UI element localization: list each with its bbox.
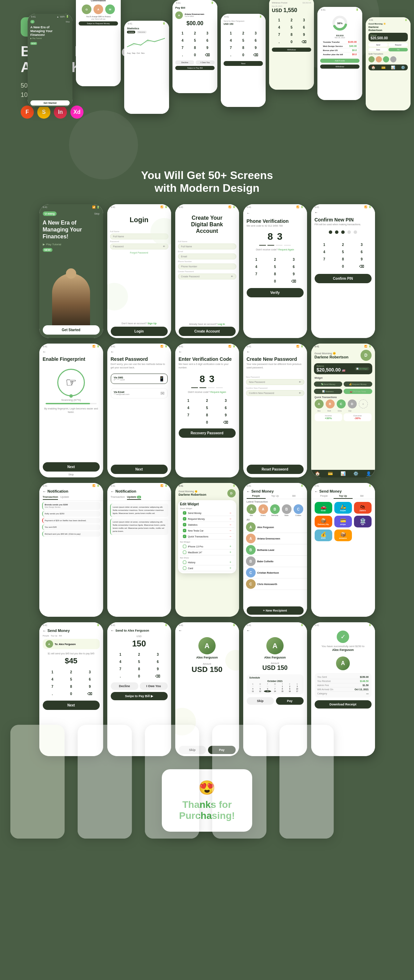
phone-fingerprint: 9:41📶🔋 ← Enable Fingerprint ☞ Scanning (… — [39, 344, 103, 477]
stripe-app[interactable]: 💳 stripe — [334, 516, 352, 527]
success-avatar: A — [311, 653, 375, 671]
decline-button[interactable]: Decline — [111, 682, 139, 690]
hero-phone-donut: 9:41🔋 38% $10,810 Nov 26, 2023 Youtube T… — [317, 7, 362, 100]
get-started-button[interactable]: Get Started — [43, 325, 100, 335]
verify-button[interactable]: Verify — [247, 288, 304, 298]
tab-bill2[interactable]: Bill — [353, 495, 371, 499]
person-list-item[interactable]: B Bethania Laval — [243, 544, 307, 556]
new-password-sub: Your new password must be different from… — [247, 363, 304, 369]
ew-request-money[interactable]: Request Money − — [180, 516, 234, 522]
notif-item: Brenda sends you $150 Uber Design Servic… — [42, 502, 100, 510]
phone-row-2: 9:41📶🔋 ← Enable Fingerprint ☞ Scanning (… — [0, 341, 414, 480]
section-title-line1: You Will Get 50+ Screens — [0, 169, 414, 182]
forgot-password[interactable]: Forgot Password — [107, 251, 171, 254]
statistics-widget[interactable]: 📊 Statistics — [314, 389, 342, 394]
ca-phone-field[interactable]: Phone Number — [178, 264, 236, 269]
tab-update[interactable]: Update — [60, 495, 69, 500]
ovo-app[interactable]: 💰 OVO — [315, 530, 332, 541]
fingerprint-next[interactable]: Next — [43, 462, 100, 471]
dashboard-greeting: Good Morning 🌞 — [315, 352, 349, 355]
hero-section: U Bank & FinanceApp UI Kit 50+ Screens 1… — [0, 0, 414, 159]
ca-name-field[interactable]: Full Name — [178, 243, 236, 250]
amazon-app[interactable]: 📦 amazon — [334, 530, 352, 541]
enter-verify-sub: We have sent a 6 digit verification code… — [179, 363, 236, 369]
nav-profile[interactable]: 👤 — [366, 471, 371, 476]
request-money-widget[interactable]: 💰 Request Money — [344, 382, 372, 387]
ca-email-field[interactable]: Email — [178, 253, 236, 259]
send-money-widget[interactable]: 💸 Send Money — [314, 382, 342, 387]
phone-enter-verification: 9:41📶🔋 ← Enter Verification Code We have… — [175, 344, 239, 477]
person-list-item[interactable]: A Ariana Greenscreen — [243, 533, 307, 544]
zalora-app[interactable]: 🛍 Zalora — [354, 502, 371, 514]
notif-item: Payment of $29 on Netflix has been decli… — [42, 518, 100, 523]
ew-quick-trans[interactable]: Quick Transactions − — [180, 534, 234, 539]
person-list-item[interactable]: C Cristian Robertson — [243, 567, 307, 579]
person-list-item[interactable]: B Babe Cuthello — [243, 556, 307, 567]
thank-you-section: 😍 Thanks forPurchasing! — [0, 759, 414, 849]
tab-update2[interactable]: Update ● — [127, 495, 141, 500]
tab-bill[interactable]: Bill — [285, 495, 304, 499]
tab-people2[interactable]: People — [315, 495, 334, 499]
ew-tesla[interactable]: New Tesla Car − — [180, 528, 234, 534]
phone-login: 9:41📶🔋 Login Full Name Full Name Passwor… — [107, 204, 171, 338]
ew-history[interactable]: History + — [180, 560, 234, 565]
recovery-password-button[interactable]: Recovery Password — [179, 428, 236, 438]
hero-phone-paybill: 9:41🔋 Pay Bill A Ariana GreenscreenYou'r… — [172, 0, 217, 93]
phone-reset-password: 9:41📶🔋 ← Reset Password Don't worry, you… — [107, 344, 171, 477]
swipe-pay-bill[interactable]: Swipe to Pay Bill ▶ — [111, 692, 168, 700]
gojek-app[interactable]: 🛵 Gojek — [334, 502, 352, 514]
fingerprint-skip[interactable]: Skip — [43, 473, 100, 476]
confirm-pin-button[interactable]: Confirm PIN — [315, 274, 371, 283]
success-message: You have successfully sent $150 to — [315, 644, 371, 648]
delivery-app[interactable]: 📦 Delivery By — [315, 516, 332, 527]
new-recipient-button[interactable]: + New Recipient — [247, 606, 304, 615]
tesla-widget[interactable]: 🚗 7% Free Tesla — [344, 389, 372, 394]
phone-edit-widget: 9:41🔋 Good Morning 🌞 Darlene Robertson D… — [175, 483, 239, 617]
phone-verify-sub: We sent code to 42 012 3456 789 — [247, 224, 304, 227]
bottom-nav: 🏠 💳 📊 ⚙️ 👤 — [311, 470, 375, 477]
nav-home[interactable]: 🏠 — [315, 471, 320, 476]
skip-label[interactable]: Skip — [94, 212, 100, 215]
tab-people[interactable]: People — [247, 495, 266, 499]
onboarding-headline: A New Era ofManaging YourFinances! — [43, 220, 100, 240]
create-account-title: Create YourDigital BankAccount — [179, 215, 236, 235]
ew-iphone[interactable]: iPhone 13 Pro + — [180, 544, 234, 549]
phone-onboarding: 9:41📶🔋 U-wang Skip A New Era ofManaging … — [39, 204, 103, 338]
i-owe-you-button[interactable]: I Owe You — [140, 682, 168, 690]
create-account-button[interactable]: Create Account — [179, 327, 236, 336]
person-list-item[interactable]: A Alex Ferguson — [243, 522, 307, 533]
signup-link[interactable]: Don't have an account? Sign Up — [111, 322, 168, 325]
hero-phone-onboarding: 9:41▲WiFi🔋 U Skip A New Era ofManaging Y… — [28, 14, 72, 107]
tab-transaction2[interactable]: Transaction — [111, 495, 125, 500]
reset-password-button[interactable]: Reset Password — [247, 465, 304, 474]
ew-statistics[interactable]: Statistics − — [180, 522, 234, 528]
notif-item: You sent $20 — [42, 524, 100, 530]
new-password-field[interactable]: New Password👁 — [246, 379, 304, 385]
person-list-item[interactable]: C Chris Hemsworth — [243, 579, 307, 590]
tab-transaction[interactable]: Transaction — [43, 495, 58, 500]
nav-stats[interactable]: 📊 — [341, 471, 346, 476]
ca-password-field[interactable]: Create Password👁 — [178, 274, 236, 279]
phone-row-3: 9:41📶🔋 ← Notification Transaction Update… — [0, 480, 414, 619]
reset-next-button[interactable]: Next — [111, 465, 168, 474]
login-button[interactable]: Login — [111, 327, 168, 336]
login-link[interactable]: Already have an account? Log In — [179, 323, 236, 325]
ew-card[interactable]: Card + — [180, 565, 234, 571]
reset-password-title: Reset Password — [111, 356, 168, 362]
ojk-app[interactable]: 🏦 ojk — [354, 516, 371, 527]
nav-wallet[interactable]: 💳 — [328, 471, 333, 476]
tab-topup[interactable]: Top Up — [266, 495, 285, 499]
ew-send-money[interactable]: Send Money − — [180, 510, 234, 516]
phone-send-money-topup: 9:41🔋 ← Send Money People Top Up Bill 🚗 … — [311, 483, 375, 617]
grab-app[interactable]: 🚗 Grab — [315, 502, 332, 514]
phone-verification: 9:41📶🔋 ← Phone Verification We sent code… — [243, 204, 307, 338]
pay-button2[interactable]: Pay — [276, 697, 304, 705]
confirm-avatar-area2: A Alex Ferguson — [243, 634, 307, 660]
skip-button2[interactable]: Skip — [247, 697, 274, 705]
confirm-new-password-field[interactable]: Confirm New Password👁 — [246, 390, 304, 396]
tab-topup2[interactable]: Top Up — [334, 495, 353, 499]
nav-settings[interactable]: ⚙️ — [353, 471, 358, 476]
phone-notification-update: 9:41📶🔋 ← Notification Transaction Update… — [107, 483, 171, 617]
ew-macbook[interactable]: MacBook 14" + — [180, 549, 234, 555]
hero-phone-send: 9:41🔋 Send to Alex Ferguson USD 150 123 … — [221, 14, 266, 107]
